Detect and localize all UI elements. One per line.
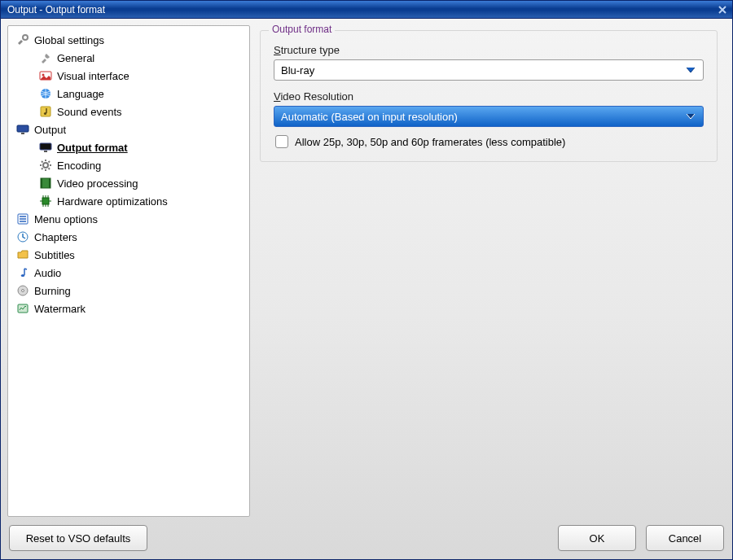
svg-point-19 [22, 290, 24, 292]
tree-item-label: Global settings [34, 34, 104, 46]
tool-icon [39, 51, 52, 64]
output-format-group: Output format Structure type Blu-ray Vid… [260, 30, 718, 162]
menu-icon [16, 212, 29, 225]
svg-rect-8 [40, 143, 51, 150]
tree-item-label: General [57, 52, 94, 64]
tree-item-label: Output [34, 124, 66, 136]
image-icon [39, 69, 52, 82]
tree-item-watermark[interactable]: Watermark [13, 300, 248, 317]
gear-icon [39, 159, 52, 172]
video-resolution-label: Video Resolution [274, 90, 704, 103]
disc-icon [16, 284, 29, 297]
tree-item-label: Watermark [34, 303, 86, 315]
structure-type-value: Blu-ray [281, 64, 314, 77]
tree-item-label: Language [57, 88, 104, 100]
client-area: Global settingsGeneralVisual interfaceLa… [1, 19, 732, 559]
tree-item-audio[interactable]: Audio [13, 264, 248, 282]
checkbox-icon[interactable] [275, 135, 288, 148]
structure-type-label: Structure type [274, 44, 704, 56]
watermark-icon [16, 302, 29, 315]
title-bar: Output - Output format [1, 1, 732, 19]
reset-defaults-button[interactable]: Reset to VSO defaults [9, 525, 147, 551]
ok-button[interactable]: OK [558, 525, 636, 551]
close-button[interactable] [716, 3, 729, 16]
music-icon [39, 105, 52, 118]
upper-area: Global settingsGeneralVisual interfaceLa… [7, 25, 726, 517]
tree-item-global[interactable]: Global settings [13, 31, 248, 49]
tree-item-label: Subtitles [34, 249, 75, 261]
svg-rect-14 [42, 198, 49, 204]
tree-item-label: Hardware optimizations [57, 195, 168, 208]
group-title: Output format [269, 24, 335, 35]
tree-item-label: Burning [34, 285, 71, 297]
tree-item-label: Chapters [34, 231, 77, 243]
framerate-checkbox-label: Allow 25p, 30p, 50p and 60p framerates (… [295, 136, 565, 148]
note-icon [16, 266, 29, 279]
tree-item-output-format[interactable]: Output format [36, 138, 248, 156]
tree-item-label: Output format [57, 142, 128, 154]
video-resolution-value: Automatic (Based on input resolution) [281, 111, 458, 123]
tree-item-general[interactable]: General [36, 49, 248, 67]
chip-icon [39, 195, 52, 208]
tree-item-visual[interactable]: Visual interface [36, 67, 248, 85]
tree-item-language[interactable]: Language [36, 85, 248, 103]
svg-point-0 [23, 35, 28, 40]
tree-item-hwopt[interactable]: Hardware optimizations [36, 192, 248, 210]
button-bar: Reset to VSO defaults OK Cancel [7, 523, 726, 553]
framerate-checkbox-row[interactable]: Allow 25p, 30p, 50p and 60p framerates (… [274, 135, 704, 148]
content-panel: Output format Structure type Blu-ray Vid… [260, 25, 726, 517]
svg-rect-13 [49, 178, 50, 188]
close-icon [718, 5, 727, 15]
tree-item-output[interactable]: Output [13, 120, 248, 138]
monitor-icon [16, 123, 29, 136]
tree-item-label: Menu options [34, 213, 98, 225]
globe-icon [39, 87, 52, 100]
tree-item-label: Sound events [57, 106, 122, 118]
film-icon [39, 177, 52, 190]
svg-rect-12 [41, 178, 42, 188]
svg-rect-7 [21, 133, 24, 134]
window-title: Output - Output format [7, 4, 105, 15]
tree-item-sound[interactable]: Sound events [36, 103, 248, 120]
tree-item-label: Visual interface [57, 70, 129, 82]
dropdown-arrow-icon [683, 63, 698, 77]
monitor2-icon [39, 141, 52, 154]
tree-item-subtitles[interactable]: Subtitles [13, 246, 248, 264]
svg-point-5 [44, 112, 46, 115]
svg-rect-6 [17, 125, 29, 132]
tree-item-label: Video processing [57, 177, 138, 190]
dropdown-arrow-icon [683, 109, 698, 124]
cancel-button[interactable]: Cancel [646, 525, 724, 551]
tree-item-label: Audio [34, 267, 61, 279]
tree-item-menuopt[interactable]: Menu options [13, 210, 248, 228]
svg-rect-9 [44, 151, 47, 152]
folder-icon [16, 248, 29, 261]
svg-point-10 [43, 163, 48, 168]
svg-rect-4 [41, 107, 50, 116]
tree-item-encoding[interactable]: Encoding [36, 156, 248, 174]
svg-rect-20 [18, 304, 28, 313]
tree-item-videoproc[interactable]: Video processing [36, 174, 248, 192]
tools-icon [16, 33, 29, 46]
structure-type-select[interactable]: Blu-ray [274, 59, 704, 81]
tree-item-burning[interactable]: Burning [13, 282, 248, 300]
settings-tree[interactable]: Global settingsGeneralVisual interfaceLa… [7, 25, 250, 517]
video-resolution-select[interactable]: Automatic (Based on input resolution) [274, 106, 704, 127]
tree-item-label: Encoding [57, 160, 101, 172]
tree-item-chapters[interactable]: Chapters [13, 228, 248, 246]
svg-point-17 [21, 274, 24, 277]
clock-icon [16, 230, 29, 243]
